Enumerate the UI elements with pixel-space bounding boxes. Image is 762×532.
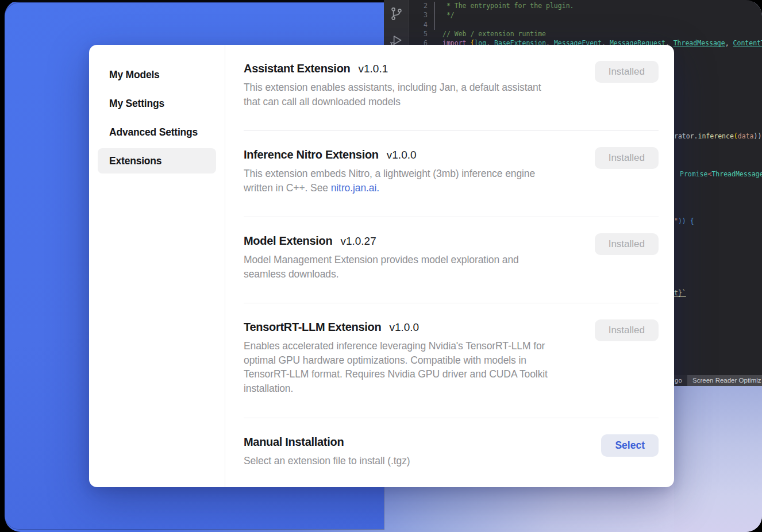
sidebar-item-my-settings[interactable]: My Settings — [98, 91, 216, 116]
extension-name: Inference Nitro Extension — [244, 148, 379, 161]
editor-code[interactable]: * The entrypoint for the plugin. */// We… — [442, 1, 762, 48]
extension-version: v1.0.0 — [389, 321, 419, 334]
code-line — [442, 20, 762, 29]
extension-version: v1.0.1 — [358, 63, 388, 75]
extension-row-inference-nitro: Inference Nitro Extension v1.0.0 This ex… — [244, 131, 659, 217]
code-fragment: ")) { — [674, 217, 694, 226]
code-fragment: Promise<ThreadMessage> — [680, 169, 762, 179]
sidebar-item-advanced-settings[interactable]: Advanced Settings — [98, 119, 216, 145]
installed-button[interactable]: Installed — [595, 233, 659, 255]
extension-description: Model Management Extension provides mode… — [244, 253, 588, 281]
screen-reader-status-item[interactable]: Screen Reader Optimiz — [687, 375, 762, 386]
extension-version: v1.0.27 — [340, 235, 376, 248]
extension-description: Enables accelerated inference leveraging… — [244, 339, 588, 395]
extension-row-tensorrt-llm: TensortRT-LLM Extension v1.0.0 Enables a… — [244, 303, 659, 418]
extension-row-assistant: Assistant Extension v1.0.1 This extensio… — [244, 45, 659, 131]
code-fragment: rator.inference(data)); — [674, 132, 762, 141]
editor-cursor — [434, 2, 435, 30]
status-text: go — [675, 375, 682, 386]
extension-name: Assistant Extension — [244, 62, 350, 75]
installed-button[interactable]: Installed — [595, 147, 659, 169]
extension-row-model: Model Extension v1.0.27 Model Management… — [244, 217, 659, 303]
code-line: */ — [442, 10, 762, 20]
manual-installation-description: Select an extension file to install (.tg… — [244, 454, 588, 468]
manual-installation-row: Manual Installation Select an extension … — [244, 418, 659, 487]
extension-name: TensortRT-LLM Extension — [244, 321, 381, 334]
code-fragment: t}` — [674, 288, 686, 298]
sidebar-item-extensions[interactable]: Extensions — [98, 148, 216, 174]
description-text: This extension embeds Nitro, a lightweig… — [244, 168, 535, 194]
manual-installation-title: Manual Installation — [244, 435, 344, 449]
extension-version: v1.0.0 — [387, 149, 417, 161]
select-file-button[interactable]: Select — [601, 434, 659, 457]
installed-button[interactable]: Installed — [595, 319, 659, 341]
source-control-icon[interactable] — [389, 6, 404, 21]
desktop-background-right — [674, 386, 762, 532]
code-line: // Web / extension runtime — [442, 29, 762, 38]
nitro-jan-ai-link[interactable]: nitro.jan.ai. — [331, 182, 379, 194]
installed-button[interactable]: Installed — [595, 61, 659, 83]
settings-modal: My Models My Settings Advanced Settings … — [89, 45, 674, 487]
extensions-list: Assistant Extension v1.0.1 This extensio… — [226, 45, 674, 487]
editor-line-numbers: 23456 — [409, 1, 428, 48]
screen: 23456 * The entrypoint for the plugin. *… — [5, 0, 762, 532]
extension-description: This extension enables assistants, inclu… — [244, 80, 588, 109]
sidebar-item-my-models[interactable]: My Models — [98, 62, 216, 87]
extension-description: This extension embeds Nitro, a lightweig… — [244, 167, 588, 195]
code-line: * The entrypoint for the plugin. — [442, 1, 762, 10]
extension-name: Model Extension — [244, 234, 332, 248]
settings-sidebar: My Models My Settings Advanced Settings … — [89, 45, 225, 487]
